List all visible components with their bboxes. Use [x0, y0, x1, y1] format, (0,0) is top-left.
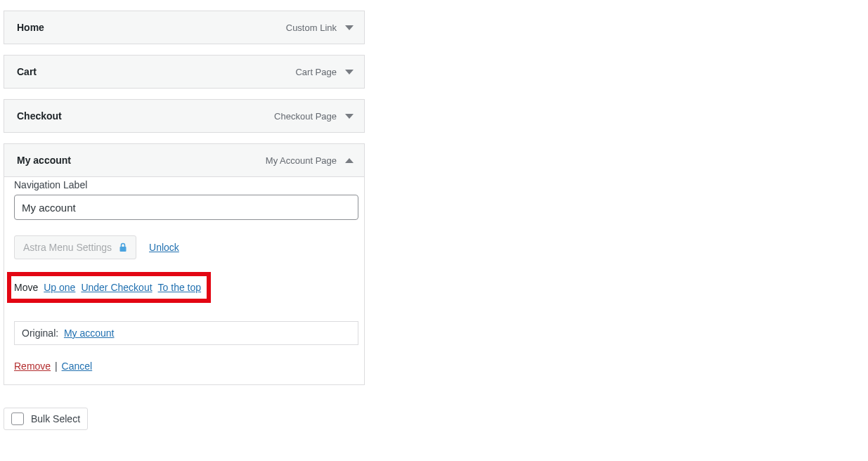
menu-item-cart[interactable]: Cart Cart Page	[4, 55, 365, 89]
remove-link[interactable]: Remove	[14, 361, 51, 372]
menu-item-type: Cart Page	[295, 67, 337, 77]
chevron-down-icon[interactable]	[345, 114, 354, 119]
menu-item-settings-panel: Navigation Label Astra Menu Settings Unl…	[4, 167, 365, 385]
menu-item-title: Checkout	[17, 110, 62, 122]
menu-item-type: Checkout Page	[274, 111, 337, 122]
move-to-top-link[interactable]: To the top	[158, 282, 202, 293]
lock-icon	[119, 242, 127, 252]
menu-item-type: My Account Page	[266, 155, 337, 166]
svg-rect-0	[120, 247, 127, 252]
chevron-up-icon[interactable]	[345, 158, 354, 163]
bulk-select-label: Bulk Select	[31, 413, 80, 424]
bulk-select-button[interactable]: Bulk Select	[4, 408, 88, 430]
chevron-down-icon[interactable]	[345, 70, 354, 74]
chevron-down-icon[interactable]	[345, 25, 354, 30]
move-label: Move	[14, 282, 38, 293]
menu-item-title: Home	[17, 22, 44, 33]
astra-button-label: Astra Menu Settings	[23, 242, 112, 253]
move-row-highlight: Move Up one Under Checkout To the top	[7, 272, 211, 303]
action-row: Remove | Cancel	[14, 361, 354, 372]
menu-item-checkout[interactable]: Checkout Checkout Page	[4, 99, 365, 133]
menu-item-home[interactable]: Home Custom Link	[4, 11, 365, 44]
separator: |	[55, 361, 58, 372]
bulk-select-checkbox[interactable]	[11, 413, 24, 425]
menu-item-right: Cart Page	[295, 67, 354, 77]
original-row: Original: My account	[14, 321, 358, 345]
menu-item-right: Checkout Page	[274, 111, 354, 122]
navigation-label-text: Navigation Label	[14, 179, 354, 190]
unlock-link[interactable]: Unlock	[149, 242, 179, 253]
menu-item-right: My Account Page	[266, 155, 354, 166]
menu-item-right: Custom Link	[286, 22, 354, 33]
navigation-label-input[interactable]	[14, 195, 358, 220]
menu-item-title: My account	[17, 155, 71, 166]
original-label: Original:	[22, 327, 58, 339]
original-link[interactable]: My account	[64, 327, 115, 339]
menu-item-type: Custom Link	[286, 22, 337, 33]
move-up-one-link[interactable]: Up one	[44, 282, 75, 293]
menu-item-title: Cart	[17, 66, 37, 77]
cancel-link[interactable]: Cancel	[62, 361, 93, 372]
move-under-link[interactable]: Under Checkout	[81, 282, 152, 293]
astra-menu-settings-button: Astra Menu Settings	[14, 235, 136, 259]
